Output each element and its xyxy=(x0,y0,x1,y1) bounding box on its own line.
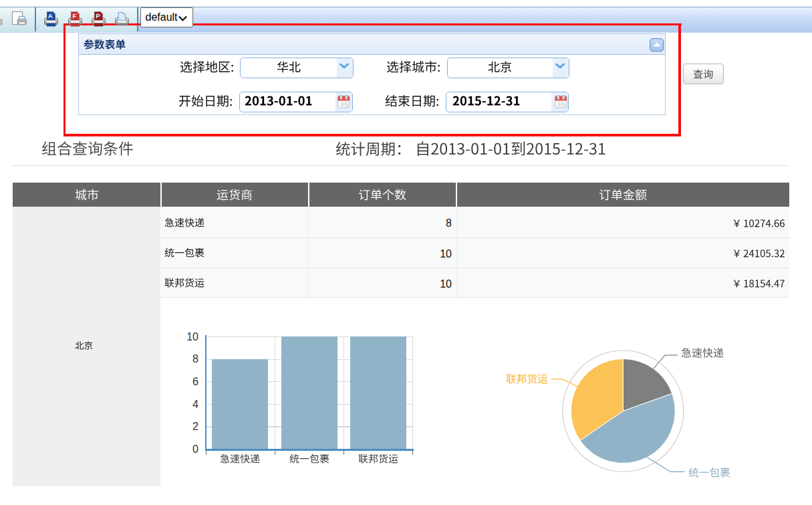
svg-text:17: 17 xyxy=(341,101,346,107)
svg-text:F: F xyxy=(72,12,76,19)
svg-text:P: P xyxy=(96,12,100,19)
svg-text:A: A xyxy=(48,12,53,19)
svg-text:17: 17 xyxy=(558,101,563,107)
